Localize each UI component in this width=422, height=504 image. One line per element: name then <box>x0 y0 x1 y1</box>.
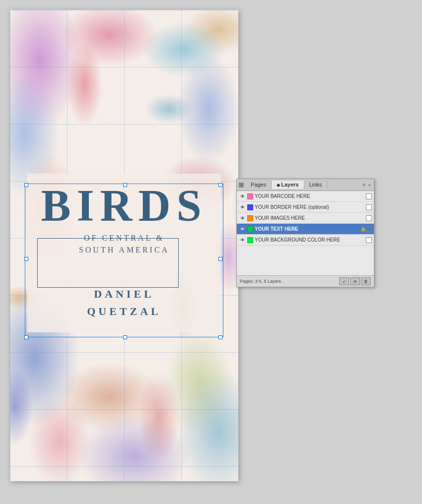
color-swatch-text <box>247 226 253 232</box>
layer-checkbox-text[interactable] <box>366 226 372 232</box>
panel-close-button[interactable]: × <box>239 183 244 188</box>
panel-footer: Pages: 3-5, 5 Layers ↙ ⊕ 🗑 <box>237 275 374 287</box>
color-swatch-images <box>247 215 253 221</box>
eye-icon-barcode[interactable]: 👁 <box>239 193 246 200</box>
layer-row-background[interactable]: 👁 YOUR BACKGROUND COLOR HERE <box>237 235 374 246</box>
color-swatch-border <box>247 204 253 210</box>
eye-icon-text[interactable]: 👁 <box>239 226 246 233</box>
layer-name-text: YOUR TEXT HERE <box>255 226 359 232</box>
footer-btn-move-down[interactable]: ↙ <box>339 277 349 285</box>
tab-links[interactable]: Links <box>304 181 328 189</box>
layers-panel: × Pages ◆Layers Links ≡ « 👁 YOUR BARCODE… <box>236 179 374 287</box>
panel-tabs: Pages ◆Layers Links <box>246 181 360 189</box>
layer-checkbox-barcode[interactable] <box>366 193 372 199</box>
layer-name-barcode: YOUR BARCODE HERE <box>255 193 366 199</box>
footer-btn-delete-layer[interactable]: 🗑 <box>361 277 371 285</box>
author-line1: DANIEL <box>94 288 154 300</box>
layer-row-text[interactable]: 👁 YOUR TEXT HERE 🔒 <box>237 224 374 235</box>
color-swatch-barcode <box>247 193 253 199</box>
handle-middle-right[interactable] <box>218 257 222 261</box>
layer-name-images: YOUR IMAGES HERE <box>255 215 366 221</box>
panel-expand-button[interactable]: « <box>367 182 372 189</box>
layer-row-border[interactable]: 👁 YOUR BORDER HERE (optional) <box>237 202 374 213</box>
handle-bottom-right[interactable] <box>218 335 222 339</box>
layer-row-images[interactable]: 👁 YOUR IMAGES HERE <box>237 213 374 224</box>
color-swatch-background <box>247 237 253 243</box>
handle-bottom-left[interactable] <box>24 335 28 339</box>
layer-checkbox-background[interactable] <box>366 237 372 243</box>
eye-icon-images[interactable]: 👁 <box>239 215 246 222</box>
layer-row-barcode[interactable]: 👁 YOUR BARCODE HERE <box>237 191 374 202</box>
author-name: DANIEL QUETZAL <box>10 285 238 320</box>
links-tab-label: Links <box>309 182 322 188</box>
layer-checkbox-border[interactable] <box>366 204 372 210</box>
lock-icon-text: 🔒 <box>360 227 366 232</box>
eye-icon-background[interactable]: 👁 <box>239 237 246 244</box>
layer-checkbox-images[interactable] <box>366 215 372 221</box>
footer-pages-info: Pages: 3-5, 5 Layers <box>240 279 281 284</box>
footer-buttons: ↙ ⊕ 🗑 <box>339 277 371 285</box>
handle-middle-left[interactable] <box>24 257 28 261</box>
layer-name-border: YOUR BORDER HERE (optional) <box>255 204 366 210</box>
panel-empty-space <box>237 246 374 275</box>
author-line2: QUETZAL <box>87 305 161 317</box>
pages-tab-label: Pages <box>251 182 266 188</box>
layer-name-background: YOUR BACKGROUND COLOR HERE <box>255 237 366 243</box>
tab-pages[interactable]: Pages <box>246 181 272 189</box>
author-area: DANIEL QUETZAL <box>10 285 238 320</box>
eye-icon-border[interactable]: 👁 <box>239 204 246 211</box>
book-cover: BIRDS OF CENTRAL & SOUTH AMERICA DANIEL … <box>10 10 238 481</box>
title-border-decoration <box>37 238 179 288</box>
footer-btn-add-layer[interactable]: ⊕ <box>350 277 360 285</box>
layers-tab-icon: ◆ <box>277 183 280 188</box>
tab-layers[interactable]: ◆Layers <box>272 181 304 189</box>
panel-menu-button[interactable]: ≡ <box>360 181 367 189</box>
handle-bottom-middle[interactable] <box>123 335 127 339</box>
panel-header: × Pages ◆Layers Links ≡ « <box>237 179 374 191</box>
layers-tab-label: Layers <box>281 182 298 188</box>
title-main: BIRDS <box>10 184 238 228</box>
